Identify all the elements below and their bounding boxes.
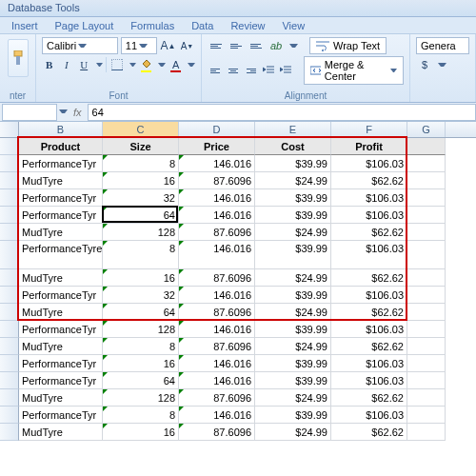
cell[interactable]: 87.6096 [179, 424, 255, 441]
align-bottom-button[interactable] [248, 37, 265, 54]
row-header[interactable] [0, 372, 19, 389]
cell[interactable]: 32 [103, 287, 179, 304]
cell[interactable]: MudTyre [19, 172, 103, 189]
merge-center-button[interactable]: Merge & Center [304, 56, 405, 85]
cell[interactable]: $39.99 [255, 355, 331, 372]
format-painter-button[interactable] [8, 39, 29, 77]
wrap-text-button[interactable]: Wrap Text [309, 37, 387, 54]
underline-button[interactable]: U [77, 56, 91, 73]
row-header[interactable] [0, 207, 19, 224]
cell[interactable]: 87.6096 [179, 389, 255, 407]
align-middle-button[interactable] [228, 37, 245, 54]
font-color-button[interactable]: A [169, 56, 183, 73]
cell[interactable]: $62.62 [331, 304, 407, 321]
row-header[interactable] [0, 407, 19, 424]
cell[interactable]: $106.03 [331, 407, 407, 424]
cell[interactable] [407, 304, 446, 321]
cell[interactable]: 146.016 [179, 189, 255, 207]
cell[interactable]: 32 [103, 189, 179, 207]
tab-data[interactable]: Data [184, 18, 221, 33]
cell[interactable] [407, 338, 446, 355]
cell[interactable]: $106.03 [331, 155, 407, 172]
cell[interactable]: $39.99 [255, 155, 331, 172]
cell[interactable]: 146.016 [179, 207, 255, 224]
cell[interactable]: 8 [103, 241, 179, 269]
chevron-down-icon[interactable] [96, 61, 104, 69]
cell[interactable]: $62.62 [331, 338, 407, 355]
cell[interactable]: $106.03 [331, 372, 407, 389]
cell[interactable]: $39.99 [255, 207, 331, 224]
header-cell[interactable]: Profit [331, 138, 407, 155]
cell[interactable]: $62.62 [331, 224, 407, 241]
row-header[interactable] [0, 269, 19, 287]
row-header[interactable] [0, 321, 19, 338]
cell[interactable]: MudTyre [19, 304, 103, 321]
align-right-button[interactable] [244, 62, 259, 79]
header-cell[interactable]: Product [19, 138, 103, 155]
borders-button[interactable] [109, 56, 124, 73]
cell[interactable]: 146.016 [179, 321, 255, 338]
cell[interactable]: $24.99 [255, 269, 331, 287]
cell[interactable]: 146.016 [179, 287, 255, 304]
italic-button[interactable]: I [59, 56, 73, 73]
cell[interactable]: $24.99 [255, 304, 331, 321]
orientation-button[interactable]: ab [268, 37, 285, 54]
cell[interactable]: $39.99 [255, 407, 331, 424]
cell[interactable]: 128 [103, 389, 179, 407]
cell[interactable]: $24.99 [255, 389, 331, 407]
cell[interactable]: $106.03 [331, 355, 407, 372]
row-header[interactable] [0, 155, 19, 172]
column-header[interactable]: C [103, 122, 179, 137]
cell[interactable]: $62.62 [331, 269, 407, 287]
row-header[interactable] [0, 172, 19, 189]
cell[interactable]: 146.016 [179, 407, 255, 424]
decrease-indent-button[interactable] [262, 62, 276, 79]
cell[interactable]: PerformanceTyr [19, 189, 103, 207]
cell[interactable] [407, 224, 446, 241]
row-header[interactable] [0, 138, 19, 155]
align-left-button[interactable] [208, 62, 223, 79]
column-header[interactable]: E [255, 122, 331, 137]
row-header[interactable] [0, 424, 19, 441]
cell[interactable] [407, 355, 446, 372]
tab-review[interactable]: Review [223, 18, 272, 33]
chevron-down-icon[interactable] [438, 61, 446, 69]
bold-button[interactable]: B [42, 56, 56, 73]
tab-insert[interactable]: Insert [4, 18, 46, 33]
cell[interactable]: MudTyre [19, 338, 103, 355]
cell[interactable]: PerformanceTyr [19, 287, 103, 304]
decrease-font-button[interactable]: A▼ [179, 37, 195, 54]
cell[interactable]: $62.62 [331, 424, 407, 441]
font-name-select[interactable]: Calibri [42, 37, 118, 54]
cell[interactable] [407, 155, 446, 172]
cell[interactable]: PerformanceTyr [19, 407, 103, 424]
cell[interactable]: 64 [103, 304, 179, 321]
cell[interactable]: 128 [103, 321, 179, 338]
cell[interactable]: PerformanceTyr [19, 355, 103, 372]
cell[interactable]: PerformanceTyr [19, 372, 103, 389]
align-top-button[interactable] [208, 37, 225, 54]
formula-input[interactable]: 64 [88, 104, 476, 121]
cell[interactable]: 128 [103, 224, 179, 241]
cell[interactable] [407, 372, 446, 389]
cell[interactable]: 16 [103, 269, 179, 287]
row-header[interactable] [0, 389, 19, 407]
cell[interactable]: $106.03 [331, 321, 407, 338]
cell[interactable] [407, 389, 446, 407]
cell[interactable] [407, 189, 446, 207]
cell[interactable]: $24.99 [255, 338, 331, 355]
cell[interactable]: $39.99 [255, 321, 331, 338]
fill-color-button[interactable] [139, 56, 153, 73]
column-header[interactable]: F [331, 122, 407, 137]
chevron-down-icon[interactable] [129, 61, 137, 69]
cell[interactable]: 87.6096 [179, 269, 255, 287]
font-size-select[interactable]: 11 [121, 37, 157, 54]
cell[interactable]: 87.6096 [179, 172, 255, 189]
tab-formulas[interactable]: Formulas [123, 18, 182, 33]
cell[interactable]: 8 [103, 155, 179, 172]
increase-font-button[interactable]: A▲ [160, 37, 176, 54]
cell[interactable]: 8 [103, 338, 179, 355]
cell[interactable]: 146.016 [179, 241, 255, 269]
row-header[interactable] [0, 287, 19, 304]
row-header[interactable] [0, 338, 19, 355]
